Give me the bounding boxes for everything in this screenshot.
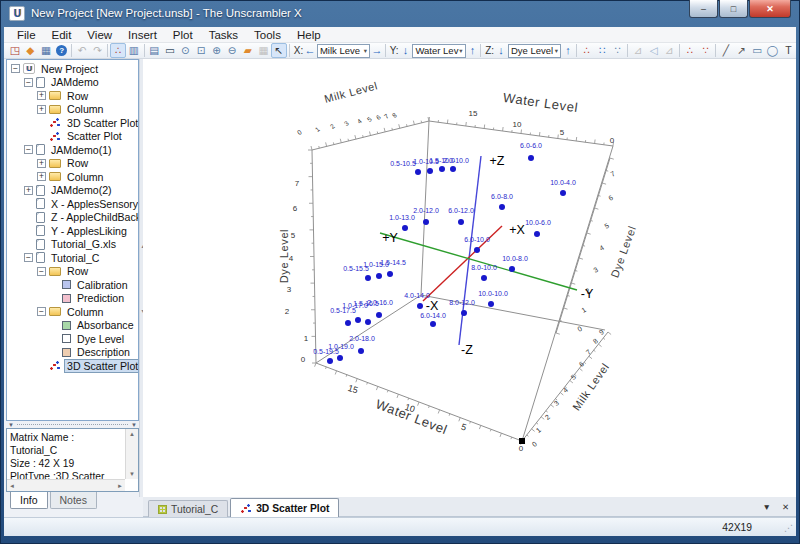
data-point-10.0-4.0[interactable] [560,190,566,196]
title-bar[interactable]: U New Project [New Project.unsb] - The U… [0,0,800,27]
tree-item-x-applessensorychem[interactable]: X - ApplesSensoryChem [9,197,138,211]
tree-item-y-applesliking[interactable]: Y - ApplesLiking [9,224,138,238]
menu-insert[interactable]: Insert [120,28,165,42]
data-point-2.0-10.0[interactable] [450,166,456,172]
close-button[interactable]: ✕ [749,0,791,18]
copy-icon[interactable]: ▤ [146,43,162,58]
chevron-down-icon[interactable]: ▾ [364,47,367,55]
tree-item-tutorial-c[interactable]: −Tutorial_C [9,251,138,265]
scatter-red-icon[interactable]: ∴ [682,43,698,58]
y-axis-selector-decrease-arrow[interactable]: ↓ [400,45,412,56]
data-point-0.5-17.5[interactable] [345,320,351,326]
tree-expander[interactable]: + [37,105,46,114]
zoom-icon[interactable]: ⊙ [178,43,194,58]
tree-item-jamdemo[interactable]: −JAMdemo [9,76,138,90]
data-point-6.0-14.0[interactable] [430,321,436,327]
tree-expander[interactable]: − [11,64,20,73]
tree-item-column[interactable]: +Column [9,103,138,117]
save-icon[interactable]: ▦ [38,43,54,58]
draw-text-icon[interactable]: T [781,43,797,58]
menu-plot[interactable]: Plot [165,28,201,42]
scroll-up-icon[interactable]: ▲ [129,431,135,437]
scroll-right-icon[interactable]: ► [117,483,123,489]
menu-help[interactable]: Help [289,28,329,42]
data-point-10.0-10.0[interactable] [488,301,494,307]
data-point-6.0-8.0[interactable] [499,204,505,210]
scatter-red-alt-icon[interactable]: ∵ [698,43,714,58]
tree-item-scatter-plot[interactable]: Scatter Plot [9,130,138,144]
data-point-1.5-14.5[interactable] [387,271,393,277]
draw-arrow-icon[interactable]: ↗ [734,43,750,58]
export-icon[interactable]: ▰ [240,43,256,58]
z-axis-selector-decrease-arrow[interactable]: ↓ [495,45,507,56]
x-axis-selector-increase-arrow[interactable]: → [371,45,383,56]
tab-list-button[interactable]: ▼ [762,502,770,512]
tab-close-button[interactable]: ✕ [782,502,789,512]
scatter-matrix-icon[interactable]: ∷ [594,43,610,58]
data-point-2.0-16.0[interactable] [376,312,382,318]
scroll-down-icon[interactable]: ▼ [129,471,135,477]
tree-item-jamdemo-1[interactable]: −JAMdemo(1) [9,143,138,157]
tree-item-tutorial-g-xls[interactable]: Tutorial_G.xls [9,238,138,252]
doc-tab-3d-scatter-plot[interactable]: 3D Scatter Plot [230,498,339,517]
data-point-0.5-10.5[interactable] [415,169,421,175]
data-point-1.5-16.5[interactable] [365,319,371,325]
menu-file[interactable]: File [9,28,44,42]
tree-item-absorbance[interactable]: Absorbance [9,319,138,333]
grid-icon[interactable]: ▦ [256,43,272,58]
tree-item-3d-scatter-plot[interactable]: 3D Scatter Plot [9,116,138,130]
tree-item-new-project[interactable]: −UNew Project [9,62,138,76]
info-horizontal-scrollbar[interactable]: ◄ ► [7,479,125,491]
help-icon[interactable]: ? [54,43,70,58]
tree-item-jamdemo-2[interactable]: +JAMdemo(2) [9,184,138,198]
data-point-0.5-15.5[interactable] [365,275,371,281]
data-point-1.0-15.0[interactable] [376,273,382,279]
tree-item-column[interactable]: +Column [9,170,138,184]
tree-expander[interactable]: − [24,145,33,154]
tree-expander[interactable]: + [37,172,46,181]
splitter-arrow-icon[interactable]: ▼ [131,422,137,428]
data-point-1.0-10.5[interactable] [427,168,433,174]
data-point-6.0-6.0[interactable] [528,155,534,161]
tree-item-calibration[interactable]: Calibration [9,278,138,292]
tree-item-row[interactable]: +Row [9,157,138,171]
menu-edit[interactable]: Edit [44,28,80,42]
prev-plot-icon[interactable]: ◁ [646,43,662,58]
data-point-8.0-12.0[interactable] [461,310,467,316]
data-point-6.0-12.0[interactable] [458,219,464,225]
chevron-down-icon[interactable]: ▾ [555,47,558,55]
menu-tasks[interactable]: Tasks [201,28,246,42]
maximize-button[interactable]: □ [719,0,748,18]
plot-view-icon[interactable]: ∴ [110,43,126,58]
tree-expander[interactable]: − [24,78,33,87]
tree-item-column[interactable]: −Column [9,305,138,319]
data-point-2.0-12.0[interactable] [423,219,429,225]
data-point-1.0-19.0[interactable] [337,355,343,361]
minimize-button[interactable]: – [689,0,718,18]
redo-icon[interactable]: ↷ [90,43,106,58]
scroll-left-icon[interactable]: ◄ [9,483,15,489]
bar-plot-icon[interactable]: ⊿ [662,43,678,58]
tree-item-description[interactable]: Description [9,346,138,360]
tree-item-3d-scatter-plot[interactable]: 3D Scatter Plot [9,359,138,373]
data-point-2.0-18.0[interactable] [358,348,364,354]
tree-item-prediction[interactable]: Prediction [9,292,138,306]
tree-expander[interactable]: + [37,91,46,100]
doc-tab-tutorial-c[interactable]: Tutorial_C [148,500,228,517]
tree-item-dye-level[interactable]: Dye Level [9,332,138,346]
resize-grip-icon[interactable]: ⋰ [784,523,793,533]
tree-item-row[interactable]: +Row [9,89,138,103]
x-axis-selector-dropdown[interactable]: Milk Leve▾ [317,44,370,58]
menu-tools[interactable]: Tools [246,28,289,42]
data-point-4.0-14.0[interactable] [417,303,423,309]
data-point-10.0-6.0[interactable] [534,231,540,237]
tree-expander[interactable]: + [37,159,46,168]
line-plot-icon[interactable]: ⊿ [630,43,646,58]
data-point-10.0-8.0[interactable] [509,266,515,272]
display-icon[interactable]: ▭ [162,43,178,58]
data-point-1.0-17.0[interactable] [355,317,361,323]
tree-expander[interactable]: + [24,186,33,195]
zoom-out-icon[interactable]: ⊖ [224,43,240,58]
scatter-rotate-icon[interactable]: ∵ [610,43,626,58]
tab-notes[interactable]: Notes [50,492,97,509]
